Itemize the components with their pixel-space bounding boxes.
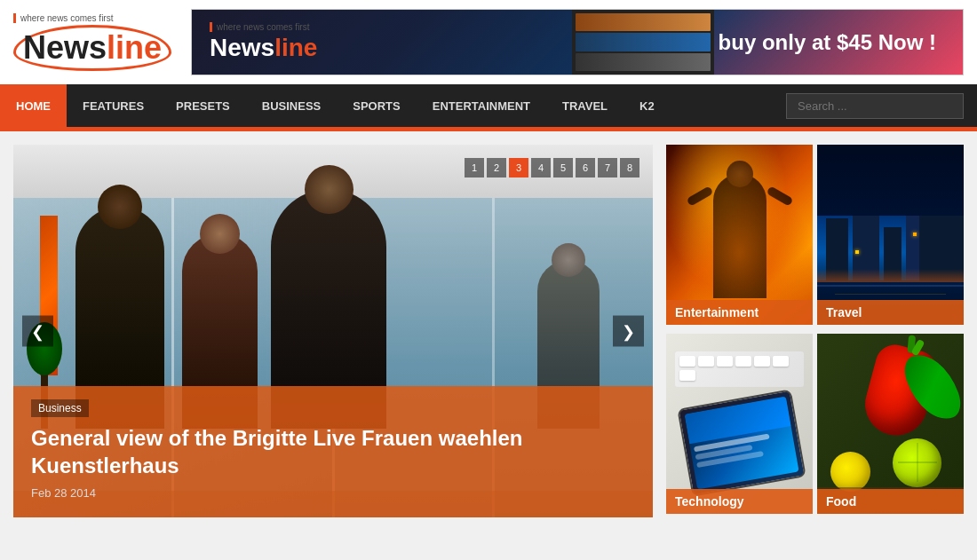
- logo-text: Newsline: [23, 29, 162, 67]
- main-nav: HOME FEATURES PRESETS BUSINESS SPORTS EN…: [0, 84, 977, 127]
- slide-category: Business: [31, 399, 89, 417]
- preview-row-3: [576, 53, 711, 71]
- thumb-technology[interactable]: Technology: [666, 334, 813, 514]
- logo-line: line: [107, 29, 162, 67]
- banner-news: News: [210, 34, 274, 61]
- dot-2[interactable]: 2: [487, 158, 506, 177]
- lemon: [830, 452, 870, 492]
- dot-6[interactable]: 6: [576, 158, 595, 177]
- food-image: [817, 334, 964, 514]
- nav-presets[interactable]: PRESETS: [160, 84, 246, 127]
- slider-next[interactable]: ❯: [613, 316, 644, 347]
- banner-tagline: where news comes first: [210, 22, 317, 32]
- nav-travel[interactable]: TRAVEL: [546, 84, 624, 127]
- horizon: [817, 269, 964, 282]
- search-box: [786, 93, 964, 119]
- travel-label: Travel: [817, 300, 964, 325]
- nav-home[interactable]: HOME: [0, 84, 67, 127]
- thumb-travel[interactable]: Travel: [817, 145, 964, 325]
- nav-sports[interactable]: SPORTS: [337, 84, 416, 127]
- tablet-screen: [684, 396, 798, 489]
- logo[interactable]: where news comes first Newsline: [13, 13, 191, 71]
- preview-row-1: [576, 13, 711, 31]
- banner-logo-text: Newsline: [210, 34, 317, 62]
- featured-slider: 1 2 3 4 5 6 7 8 ❮ ❯ Business General vie…: [13, 145, 653, 517]
- slider-prev[interactable]: ❮: [22, 316, 53, 347]
- slide-date: Feb 28 2014: [31, 486, 635, 500]
- banner-line: line: [274, 34, 317, 61]
- preview-row-2: [576, 33, 711, 51]
- dot-1[interactable]: 1: [465, 158, 484, 177]
- prev-button[interactable]: ❮: [22, 316, 53, 347]
- site-header: where news comes first Newsline where ne…: [0, 0, 977, 84]
- dot-3[interactable]: 3: [509, 158, 528, 177]
- nav-entertainment[interactable]: ENTERTAINMENT: [417, 84, 546, 127]
- next-button[interactable]: ❯: [613, 316, 644, 347]
- banner-cta[interactable]: buy only at $45 Now !: [692, 21, 963, 64]
- logo-news: News: [23, 29, 107, 67]
- dot-5[interactable]: 5: [553, 158, 573, 177]
- banner-logo: where news comes first Newsline: [192, 13, 335, 71]
- slide-overlay: Business General view of the Brigitte Li…: [13, 386, 653, 517]
- search-input[interactable]: [786, 93, 964, 119]
- keyboard: [675, 351, 804, 387]
- slide-dots: 1 2 3 4 5 6 7 8: [465, 158, 639, 177]
- entertainment-image: [666, 145, 813, 325]
- lime: [893, 438, 941, 487]
- technology-label: Technology: [666, 489, 813, 514]
- thumb-food[interactable]: Food: [817, 334, 964, 514]
- slide-title: General view of the Brigitte Live Frauen…: [31, 424, 635, 479]
- dot-8[interactable]: 8: [620, 158, 639, 177]
- technology-image: [666, 334, 813, 514]
- dot-4[interactable]: 4: [531, 158, 551, 177]
- tablet: [677, 389, 806, 496]
- sky: [817, 145, 964, 216]
- food-label: Food: [817, 489, 964, 514]
- nav-features[interactable]: FEATURES: [67, 84, 160, 127]
- banner-preview: [572, 10, 714, 75]
- nav-business[interactable]: BUSINESS: [246, 84, 337, 127]
- thumbnail-grid: Entertainment: [666, 145, 964, 517]
- dot-7[interactable]: 7: [598, 158, 617, 177]
- main-content: 1 2 3 4 5 6 7 8 ❮ ❯ Business General vie…: [0, 131, 977, 531]
- banner-ad[interactable]: where news comes first Newsline buy only…: [191, 9, 964, 75]
- thumb-entertainment[interactable]: Entertainment: [666, 145, 813, 325]
- travel-image: [817, 145, 964, 325]
- logo-tagline: where news comes first: [13, 13, 191, 23]
- nav-k2[interactable]: K2: [624, 84, 671, 127]
- logo-oval: Newsline: [13, 25, 171, 71]
- entertainment-label: Entertainment: [666, 300, 813, 325]
- glow: [666, 145, 813, 325]
